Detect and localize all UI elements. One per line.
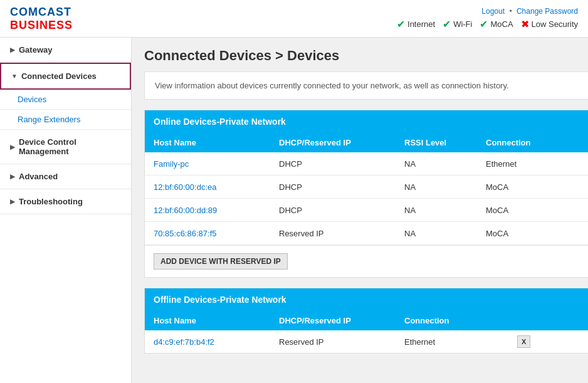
status-moca: ✔ MoCA — [480, 18, 513, 30]
device-host-link[interactable]: 70:85:c6:86:87:f5 — [154, 229, 279, 238]
info-text: View information about devices currently… — [155, 81, 509, 90]
table-row: 12:bf:60:00:dd:89 DHCP NA MoCA EDIT X — [145, 199, 588, 222]
device-dhcp: Reserved IP — [279, 337, 404, 347]
internet-ok-icon: ✔ — [397, 18, 405, 30]
logo-business: BUSINESS — [10, 19, 73, 32]
device-host-link[interactable]: Family-pc — [154, 159, 279, 169]
troubleshooting-label: Troubleshooting — [19, 197, 83, 206]
range-extenders-label: Range Extenders — [18, 115, 80, 124]
device-dhcp: DHCP — [279, 206, 404, 215]
sidebar-item-connected-devices[interactable]: ▼ Connected Devices — [0, 63, 131, 90]
separator: • — [509, 7, 512, 16]
troubleshooting-arrow-icon: ▶ — [10, 198, 15, 205]
device-connection: MoCA — [486, 206, 588, 215]
device-connection: MoCA — [486, 229, 588, 238]
sidebar-item-device-control[interactable]: ▶ Device Control Management — [0, 130, 131, 164]
online-col-headers: Host Name DHCP/Reserved IP RSSI Level Co… — [145, 133, 588, 152]
sidebar-item-range-extenders[interactable]: Range Extenders — [0, 110, 131, 130]
sidebar-item-devices[interactable]: Devices — [0, 90, 131, 110]
internet-label: Internet — [407, 19, 435, 29]
device-control-arrow-icon: ▶ — [10, 144, 15, 150]
device-rssi: NA — [404, 159, 486, 169]
table-row: Family-pc DHCP NA Ethernet EDIT X — [145, 152, 588, 176]
info-box: View information about devices currently… — [144, 71, 588, 100]
devices-label: Devices — [18, 95, 46, 104]
change-password-link[interactable]: Change Password — [517, 7, 578, 16]
main-content: Connected Devices > Devices View informa… — [132, 38, 588, 383]
col-host-name: Host Name — [154, 138, 279, 147]
col-actions — [517, 316, 588, 325]
col-dhcp-ip: DHCP/Reserved IP — [279, 316, 404, 325]
sidebar-item-gateway[interactable]: ▶ Gateway — [0, 38, 131, 63]
sidebar-item-advanced[interactable]: ▶ Advanced — [0, 164, 131, 189]
topbar: COMCAST BUSINESS Logout • Change Passwor… — [0, 0, 588, 38]
offline-table-header: Offline Devices-Private Network — [145, 288, 588, 311]
device-host-link[interactable]: 12:bf:60:00:dc:ea — [154, 182, 279, 192]
connected-devices-label: Connected Devices — [21, 71, 97, 81]
sidebar-item-troubleshooting[interactable]: ▶ Troubleshooting — [0, 189, 131, 214]
topbar-links: Logout • Change Password — [481, 7, 578, 16]
moca-label: MoCA — [490, 19, 513, 29]
sidebar: ▶ Gateway ▼ Connected Devices Devices Ra… — [0, 38, 132, 383]
device-rssi: NA — [404, 206, 486, 215]
device-connection: Ethernet — [404, 337, 517, 347]
col-dhcp-ip: DHCP/Reserved IP — [279, 138, 404, 147]
status-low-security: ✖ Low Security — [521, 18, 578, 30]
status-internet: ✔ Internet — [397, 18, 435, 30]
wifi-label: Wi-Fi — [453, 19, 472, 29]
device-host-link[interactable]: d4:c9:ef:7b:b4:f2 — [154, 337, 279, 347]
connected-devices-arrow-icon: ▼ — [11, 73, 18, 80]
offline-devices-table: Offline Devices-Private Network Host Nam… — [144, 288, 588, 354]
low-security-label: Low Security — [532, 19, 578, 29]
status-wifi: ✔ Wi-Fi — [443, 18, 472, 30]
logo-comcast: COMCAST — [10, 6, 73, 19]
advanced-label: Advanced — [19, 172, 58, 181]
add-device-row: ADD DEVICE WITH RESERVED IP — [145, 245, 588, 277]
device-control-label: Device Control Management — [19, 137, 121, 156]
device-host-link[interactable]: 12:bf:60:00:dd:89 — [154, 206, 279, 215]
online-devices-table: Online Devices-Private Network Host Name… — [144, 110, 588, 278]
col-host-name: Host Name — [154, 316, 279, 325]
add-device-button[interactable]: ADD DEVICE WITH RESERVED IP — [154, 253, 288, 270]
device-rssi: NA — [404, 182, 486, 192]
logo: COMCAST BUSINESS — [10, 6, 73, 32]
wifi-ok-icon: ✔ — [443, 18, 451, 30]
gateway-arrow-icon: ▶ — [10, 46, 15, 53]
col-connection: Connection — [486, 138, 588, 147]
page-title: Connected Devices > Devices — [144, 48, 588, 64]
col-connection: Connection — [404, 316, 517, 325]
low-security-warn-icon: ✖ — [521, 18, 529, 30]
device-dhcp: DHCP — [279, 182, 404, 192]
device-rssi: NA — [404, 229, 486, 238]
moca-ok-icon: ✔ — [480, 18, 488, 30]
layout: ▶ Gateway ▼ Connected Devices Devices Ra… — [0, 38, 588, 383]
table-row: 70:85:c6:86:87:f5 Reserved IP NA MoCA ED… — [145, 222, 588, 245]
device-connection: Ethernet — [486, 159, 588, 169]
delete-button[interactable]: X — [517, 335, 530, 348]
logout-link[interactable]: Logout — [481, 7, 505, 16]
row-actions: X — [517, 335, 588, 348]
device-dhcp: Reserved IP — [279, 229, 404, 238]
col-rssi: RSSI Level — [404, 138, 486, 147]
table-row: 12:bf:60:00:dc:ea DHCP NA MoCA EDIT X — [145, 176, 588, 199]
advanced-arrow-icon: ▶ — [10, 173, 15, 180]
online-table-header: Online Devices-Private Network — [145, 110, 588, 133]
table-row: d4:c9:ef:7b:b4:f2 Reserved IP Ethernet X — [145, 330, 588, 353]
device-dhcp: DHCP — [279, 159, 404, 169]
status-indicators: ✔ Internet ✔ Wi-Fi ✔ MoCA ✖ Low Security — [397, 18, 578, 30]
offline-col-headers: Host Name DHCP/Reserved IP Connection — [145, 311, 588, 330]
gateway-label: Gateway — [19, 45, 52, 55]
device-connection: MoCA — [486, 182, 588, 192]
topbar-right: Logout • Change Password ✔ Internet ✔ Wi… — [397, 7, 578, 30]
